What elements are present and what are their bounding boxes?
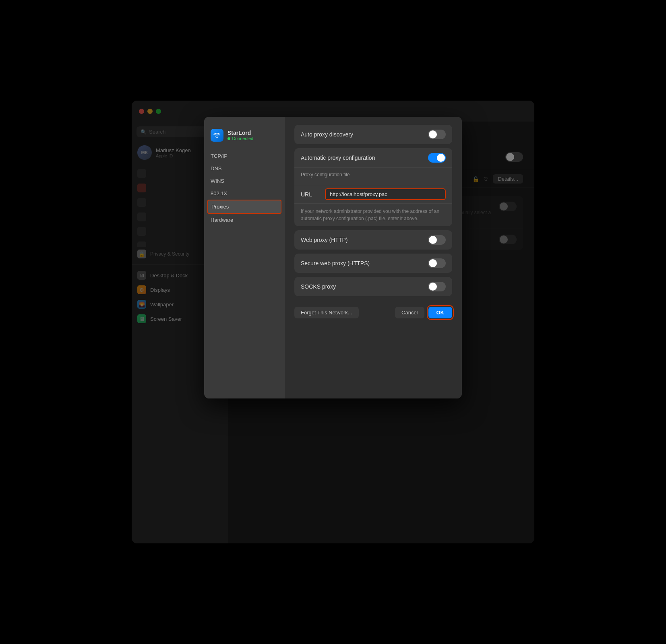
modal-nav-wins[interactable]: WINS: [204, 175, 285, 187]
web-proxy-http-row: Web proxy (HTTP): [294, 230, 452, 250]
auto-proxy-toggle[interactable]: [428, 130, 446, 139]
web-proxy-http-card: Web proxy (HTTP): [294, 230, 452, 250]
modal-network-name: StarLord: [228, 130, 253, 136]
url-row: URL: [294, 185, 452, 204]
cancel-button[interactable]: Cancel: [395, 307, 424, 318]
auto-proxy-config-label: Automatic proxy configuration: [301, 155, 428, 161]
modal-nav-dns[interactable]: DNS: [204, 162, 285, 175]
modal-nav-proxies[interactable]: Proxies: [207, 200, 281, 214]
modal-left-sidebar: StarLord Connected TCP/IP DNS WINS 802.1…: [204, 117, 285, 398]
modal-wifi-icon: [213, 132, 221, 139]
auto-proxy-config-section: Automatic proxy configuration Proxy conf…: [294, 148, 452, 226]
web-proxy-http-toggle-thumb: [429, 236, 437, 244]
modal-nav-8021x[interactable]: 802.1X: [204, 187, 285, 200]
auto-proxy-label: Auto proxy discovery: [301, 131, 428, 138]
modal-network-connected: Connected: [228, 136, 253, 141]
auto-proxy-config-toggle-thumb: [437, 154, 445, 162]
modal-nav-tcp-ip[interactable]: TCP/IP: [204, 150, 285, 162]
modal-overlay: StarLord Connected TCP/IP DNS WINS 802.1…: [132, 101, 534, 543]
secure-web-proxy-toggle-thumb: [429, 259, 437, 267]
modal-network-icon: [211, 129, 223, 142]
modal-right-content: Auto proxy discovery Automatic proxy con…: [285, 117, 462, 398]
auto-proxy-config-header: Automatic proxy configuration: [294, 148, 452, 168]
connected-dot: [228, 137, 230, 140]
forget-network-button[interactable]: Forget This Network...: [294, 307, 359, 318]
secure-web-proxy-row: Secure web proxy (HTTPS): [294, 254, 452, 273]
socks-proxy-toggle[interactable]: [428, 282, 446, 291]
modal-footer: Forget This Network... Cancel OK: [294, 300, 452, 320]
footer-right-buttons: Cancel OK: [395, 307, 452, 318]
modal-network-header: StarLord Connected: [204, 123, 285, 147]
secure-web-proxy-toggle[interactable]: [428, 258, 446, 268]
web-proxy-http-label: Web proxy (HTTP): [301, 237, 428, 243]
socks-proxy-toggle-thumb: [429, 283, 437, 291]
web-proxy-http-toggle[interactable]: [428, 235, 446, 245]
socks-proxy-row: SOCKS proxy: [294, 277, 452, 296]
proxy-config-file-title: Proxy configuration file: [301, 172, 446, 178]
url-label: URL: [301, 191, 325, 198]
secure-web-proxy-card: Secure web proxy (HTTPS): [294, 254, 452, 273]
proxies-modal: StarLord Connected TCP/IP DNS WINS 802.1…: [204, 117, 462, 398]
auto-proxy-config-toggle[interactable]: [428, 153, 446, 163]
ok-button[interactable]: OK: [428, 307, 453, 318]
hint-text: If your network administrator provided y…: [294, 204, 452, 226]
socks-proxy-label: SOCKS proxy: [301, 283, 428, 290]
system-preferences-window: 🔍 Search MK Mariusz Kogen Apple ID: [132, 101, 534, 543]
socks-proxy-card: SOCKS proxy: [294, 277, 452, 296]
modal-network-info: StarLord Connected: [228, 130, 253, 141]
connected-label: Connected: [232, 136, 253, 141]
modal-nav-hardware[interactable]: Hardware: [204, 214, 285, 226]
url-input[interactable]: [325, 188, 446, 200]
modal-layout: StarLord Connected TCP/IP DNS WINS 802.1…: [204, 117, 462, 398]
secure-web-proxy-label: Secure web proxy (HTTPS): [301, 260, 428, 266]
auto-proxy-toggle-thumb: [429, 130, 437, 138]
auto-proxy-row: Auto proxy discovery: [294, 125, 452, 144]
proxy-config-file-section: Proxy configuration file: [294, 168, 452, 185]
auto-proxy-card: Auto proxy discovery: [294, 125, 452, 144]
